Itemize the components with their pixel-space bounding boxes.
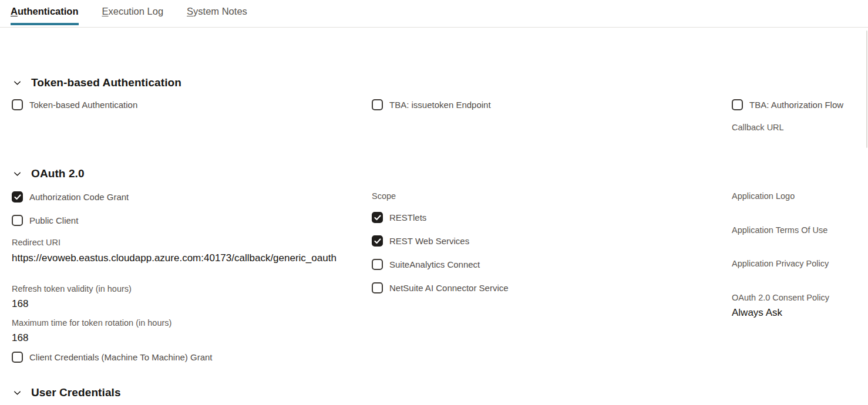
redirect-uri-value: https://evoweb.eastus.cloudapp.azure.com…	[12, 252, 349, 265]
checkbox-label: Authorization Code Grant	[29, 192, 129, 202]
scope-label: Scope	[372, 191, 396, 201]
section-header-oauth2[interactable]: OAuth 2.0	[12, 167, 85, 180]
checkbox-token-based-authentication[interactable]: Token-based Authentication	[12, 99, 137, 110]
tab-label: ystem Notes	[193, 6, 247, 16]
tab-execution-log[interactable]: Execution Log	[102, 0, 164, 25]
checkbox-icon	[12, 99, 23, 110]
checkbox-icon	[12, 191, 23, 203]
max-token-rotation-label: Maximum time for token rotation (in hour…	[12, 318, 171, 328]
checkbox-suiteanalytics-connect[interactable]: SuiteAnalytics Connect	[372, 259, 480, 270]
tab-label: xecution Log	[109, 6, 164, 16]
checkbox-label: Client Credentials (Machine To Machine) …	[29, 352, 213, 362]
checkbox-label: REST Web Services	[389, 236, 469, 246]
application-privacy-label: Application Privacy Policy	[732, 259, 829, 268]
refresh-token-validity-label: Refresh token validity (in hours)	[12, 284, 132, 293]
checkbox-label: TBA: Authorization Flow	[749, 100, 843, 110]
checkbox-restlets[interactable]: RESTlets	[372, 212, 426, 223]
checkbox-icon	[372, 235, 383, 247]
section-title: OAuth 2.0	[31, 167, 85, 180]
checkbox-label: NetSuite AI Connector Service	[389, 283, 509, 293]
redirect-uri-label: Redirect URI	[12, 238, 60, 247]
tab-system-notes[interactable]: System Notes	[187, 0, 247, 25]
checkbox-authorization-code-grant[interactable]: Authorization Code Grant	[12, 191, 129, 203]
max-token-rotation-value: 168	[12, 332, 28, 344]
checkbox-icon	[12, 352, 23, 363]
checkbox-icon	[732, 99, 743, 110]
checkbox-rest-web-services[interactable]: REST Web Services	[372, 235, 469, 247]
checkbox-tba-issuetoken-endpoint[interactable]: TBA: issuetoken Endpoint	[372, 99, 491, 110]
tab-label: E	[102, 6, 109, 16]
tab-label: S	[187, 6, 193, 16]
checkbox-label: SuiteAnalytics Connect	[389, 259, 480, 269]
authentication-panel: Token-based Authentication Token-based A…	[0, 28, 868, 405]
section-header-user-credentials[interactable]: User Credentials	[12, 386, 121, 399]
checkbox-label: Token-based Authentication	[29, 100, 137, 110]
checkbox-label: TBA: issuetoken Endpoint	[389, 100, 491, 110]
checkbox-icon	[372, 99, 383, 110]
tab-label: uthentication	[18, 6, 79, 16]
checkbox-icon	[12, 215, 23, 226]
oauth-consent-policy-label: OAuth 2.0 Consent Policy	[732, 293, 829, 302]
callback-url-label: Callback URL	[732, 123, 784, 132]
checkbox-label: Public Client	[29, 215, 78, 225]
chevron-down-icon[interactable]	[12, 78, 22, 87]
checkbox-client-credentials-grant[interactable]: Client Credentials (Machine To Machine) …	[12, 352, 213, 363]
application-terms-label: Application Terms Of Use	[732, 225, 827, 235]
checkbox-icon	[372, 259, 383, 270]
section-header-token-based-authentication[interactable]: Token-based Authentication	[12, 76, 181, 89]
checkbox-netsuite-ai-connector[interactable]: NetSuite AI Connector Service	[372, 282, 509, 293]
tab-authentication[interactable]: Authentication	[11, 0, 79, 25]
tab-bar: Authentication Execution Log System Note…	[0, 0, 868, 28]
section-title: Token-based Authentication	[31, 76, 181, 89]
checkbox-tba-authorization-flow[interactable]: TBA: Authorization Flow	[732, 99, 843, 110]
refresh-token-validity-value: 168	[12, 298, 28, 310]
oauth-consent-policy-value: Always Ask	[732, 307, 782, 319]
chevron-down-icon[interactable]	[12, 388, 22, 397]
section-title: User Credentials	[31, 386, 121, 399]
checkbox-icon	[372, 212, 383, 223]
checkbox-label: RESTlets	[389, 212, 426, 222]
tab-label: A	[11, 6, 18, 16]
checkbox-public-client[interactable]: Public Client	[12, 215, 78, 226]
chevron-down-icon[interactable]	[12, 169, 22, 178]
checkbox-icon	[372, 282, 383, 293]
application-logo-label: Application Logo	[732, 191, 795, 201]
